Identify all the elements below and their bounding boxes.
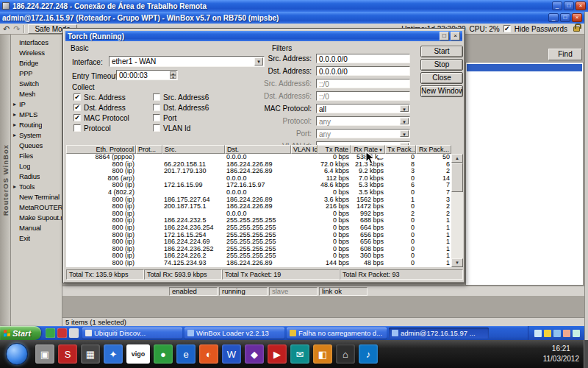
scroll-down-button[interactable]: ▼ bbox=[451, 258, 463, 267]
table-row[interactable]: 800 (ip)186.224.224.69255.255.255.2550 b… bbox=[66, 238, 451, 246]
taskbar-clock[interactable]: 16:21 11/03/2012 bbox=[543, 344, 579, 364]
sidebar-item-mpls[interactable]: ▸MPLS bbox=[11, 109, 62, 119]
collect-checkbox-src-address6[interactable]: Src. Address6 bbox=[153, 92, 209, 102]
scroll-up-button[interactable]: ▲ bbox=[451, 154, 463, 163]
tray-icon[interactable] bbox=[563, 330, 570, 337]
rdp-close-button[interactable]: × bbox=[576, 1, 586, 10]
app-icon-15[interactable]: ♪ bbox=[359, 344, 378, 364]
collect-checkbox-dst-address[interactable]: ✔Dst. Address bbox=[74, 102, 129, 113]
tray-icon[interactable] bbox=[534, 330, 542, 337]
table-row[interactable]: 800 (ip)74.125.234.93186.224.226.89144 b… bbox=[66, 260, 451, 267]
app-icon-11[interactable]: ▶ bbox=[268, 344, 287, 364]
column-header-rx-pack[interactable]: Rx Pack... bbox=[416, 145, 451, 154]
close-button[interactable]: Close bbox=[420, 72, 463, 84]
interface-select[interactable]: ether1 - WAN ▾ bbox=[109, 56, 265, 67]
app-icon-14[interactable]: ⌂ bbox=[336, 344, 355, 364]
table-row[interactable]: 800 (ip)186.224.232.5255.255.255.2550 bp… bbox=[66, 217, 451, 224]
rdp-restore-button[interactable]: □ bbox=[564, 1, 574, 10]
undo-icon[interactable]: ↶ bbox=[3, 24, 10, 34]
app-icon-10[interactable]: ◆ bbox=[245, 344, 264, 364]
sidebar-item-system[interactable]: ▸System bbox=[11, 130, 62, 140]
winbox-restore-button[interactable]: □ bbox=[560, 13, 570, 22]
table-row[interactable]: 806 (arp)0.0.0.0112 bps7.0 kbps014 bbox=[66, 175, 451, 183]
sidebar-item-switch[interactable]: Switch bbox=[11, 78, 62, 88]
sidebar-item-ip[interactable]: ▸IP bbox=[11, 99, 62, 109]
app-icon-12[interactable]: ✉ bbox=[290, 344, 309, 364]
table-scrollbar[interactable]: ▲ ▼ bbox=[451, 154, 463, 267]
filter-field-src-address6[interactable]: ::/0 bbox=[316, 79, 410, 88]
dropdown-button[interactable]: ▾ bbox=[400, 105, 409, 112]
app-icon-2[interactable]: S bbox=[58, 344, 77, 364]
collect-checkbox-src-address[interactable]: ✔Src. Address bbox=[74, 92, 129, 102]
app-icon-6[interactable]: ● bbox=[154, 344, 173, 364]
winbox-titlebar[interactable]: admin@172.16.15.97 (Roteador - Grupo WPT… bbox=[0, 12, 584, 24]
sidebar-item-manual[interactable]: Manual bbox=[11, 222, 62, 233]
winbox-minimize-button[interactable]: _ bbox=[548, 13, 559, 22]
stop-button[interactable]: Stop bbox=[420, 59, 463, 71]
start-button[interactable]: Start bbox=[0, 326, 41, 340]
column-header-eth-protocol[interactable]: Eth. Protocol bbox=[66, 145, 136, 154]
sidebar-item-ppp[interactable]: PPP bbox=[11, 68, 62, 78]
rdp-titlebar[interactable]: 186.224.227.248 - Conexão de Área de Tra… bbox=[0, 0, 588, 12]
taskbar-task-ubiquiti-discov[interactable]: Ubiquiti Discov... bbox=[82, 328, 182, 339]
column-header-tx-pack[interactable]: Tx Pack... bbox=[385, 145, 416, 154]
app-icon-7[interactable]: e bbox=[176, 344, 196, 364]
app-icon-5[interactable]: vigo bbox=[126, 344, 150, 364]
filter-field-mac-protocol[interactable]: all▾ bbox=[316, 104, 410, 113]
selected-row[interactable] bbox=[467, 64, 582, 71]
table-row[interactable]: 8864 (pppoe)0.0.0.00 bps538.6 k...050 bbox=[66, 154, 451, 161]
winbox-close-button[interactable]: × bbox=[572, 13, 582, 22]
column-header-tx-rate[interactable]: Tx Rate bbox=[318, 145, 351, 154]
host-start-orb[interactable] bbox=[6, 343, 28, 365]
dropdown-button[interactable]: ▾ bbox=[400, 118, 409, 124]
scrollbar-thumb[interactable] bbox=[451, 163, 463, 192]
column-header-dst[interactable]: Dst. bbox=[225, 145, 291, 154]
sidebar-item-exit[interactable]: Exit bbox=[11, 233, 62, 243]
filter-field-dst-address6[interactable]: ::/0 bbox=[316, 91, 410, 101]
quicklaunch-icon[interactable] bbox=[69, 328, 79, 338]
sidebar-item-files[interactable]: Files bbox=[11, 150, 62, 160]
sidebar-item-interfaces[interactable]: Interfaces bbox=[11, 37, 62, 47]
sidebar-item-new-terminal[interactable]: New Terminal bbox=[11, 191, 62, 202]
quicklaunch-icon[interactable] bbox=[46, 328, 55, 338]
app-icon-9[interactable]: W bbox=[222, 344, 241, 364]
filter-field-port[interactable]: any▾ bbox=[316, 129, 410, 138]
collect-checkbox-mac-protocol[interactable]: ✔MAC Protocol bbox=[74, 113, 129, 123]
table-row[interactable]: 800 (ip)186.224.236.252255.255.255.2550 … bbox=[66, 246, 451, 253]
sidebar-item-bridge[interactable]: Bridge bbox=[11, 57, 62, 68]
filter-field-src-address[interactable]: 0.0.0.0/0 bbox=[316, 54, 410, 63]
redo-icon[interactable]: ↷ bbox=[13, 24, 20, 34]
app-icon-1[interactable]: ▣ bbox=[35, 344, 54, 364]
sidebar-item-metarouter[interactable]: MetaROUTER bbox=[11, 202, 62, 212]
table-row[interactable]: 800 (ip)201.7.179.130186.224.226.896.4 k… bbox=[66, 168, 451, 175]
column-header-vlan-id[interactable]: VLAN Id bbox=[291, 145, 318, 154]
sidebar-item-routing[interactable]: ▸Routing bbox=[11, 119, 62, 130]
dropdown-button[interactable]: ▾ bbox=[400, 130, 409, 137]
taskbar-task-winbox-loader-v2-2-13[interactable]: WinBox Loader v2.2.13 bbox=[184, 328, 284, 339]
new-window-button[interactable]: New Window bbox=[420, 85, 463, 97]
torch-dialog-titlebar[interactable]: Torch (Running) □× bbox=[65, 31, 462, 41]
collect-checkbox-port[interactable]: Port bbox=[153, 113, 209, 123]
torch-restore-button[interactable]: □ bbox=[440, 32, 449, 40]
table-row[interactable]: 800 (ip)66.220.158.11186.224.226.8972.0 … bbox=[66, 161, 451, 169]
collect-checkbox-dst-address6[interactable]: Dst. Address6 bbox=[153, 102, 209, 113]
sidebar-item-queues[interactable]: Queues bbox=[11, 140, 62, 150]
hide-passwords-checkbox[interactable]: ✔ bbox=[503, 25, 511, 32]
show-desktop-button[interactable] bbox=[584, 340, 588, 368]
sidebar-item-radius[interactable]: Radius bbox=[11, 171, 62, 181]
table-row[interactable]: 800 (ip)200.187.175.1186.224.226.89216 b… bbox=[66, 203, 451, 210]
table-row[interactable]: 800 (ip)186.224.226.2255.255.255.2550 bp… bbox=[66, 252, 451, 260]
app-icon-4[interactable]: ✦ bbox=[104, 344, 123, 364]
entry-timeout-field[interactable]: 00:00:03 ▲ ▼ bbox=[116, 70, 178, 80]
spinner[interactable]: ▲ ▼ bbox=[170, 71, 176, 79]
tray-icon[interactable] bbox=[544, 330, 551, 337]
tray-icon[interactable] bbox=[573, 330, 580, 337]
table-row[interactable]: 800 (ip)0.0.0.00 bps992 bps22 bbox=[66, 210, 451, 218]
table-row[interactable]: 4 (802.2)0.0.0.00 bps3.5 kbps07 bbox=[66, 189, 451, 197]
sidebar-item-mesh[interactable]: Mesh bbox=[11, 88, 62, 99]
app-icon-3[interactable]: ▦ bbox=[81, 344, 100, 364]
sidebar-item-wireless[interactable]: Wireless bbox=[11, 47, 62, 57]
start-button[interactable]: Start bbox=[420, 46, 463, 57]
filter-field-dst-address[interactable]: 0.0.0.0/0 bbox=[316, 66, 410, 76]
collect-checkbox-protocol[interactable]: Protocol bbox=[74, 123, 129, 133]
